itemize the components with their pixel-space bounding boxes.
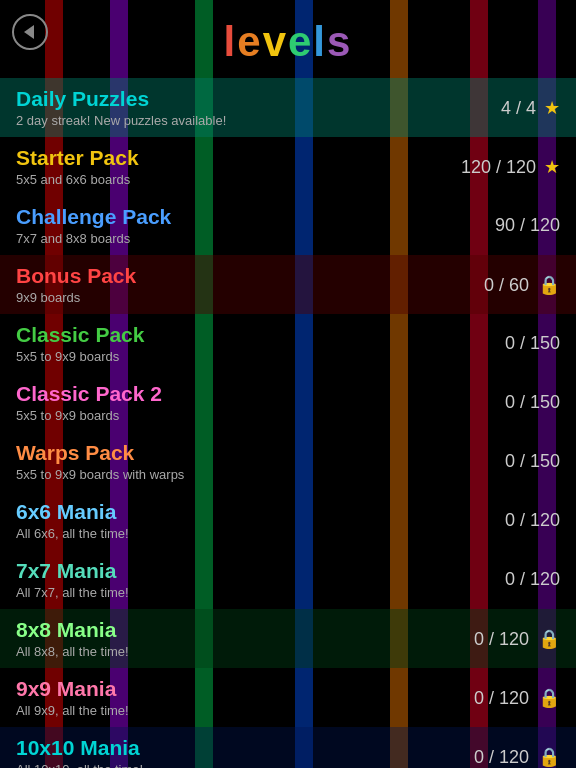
item-score-11: 0 / 120 🔒 xyxy=(460,746,560,768)
item-name-9: 8x8 Mania xyxy=(16,618,129,642)
item-score-3: 0 / 60 🔒 xyxy=(460,274,560,296)
title-letter-5: l xyxy=(313,18,327,65)
item-left-3: Bonus Pack9x9 boards xyxy=(16,264,136,305)
item-desc-11: All 10x10, all the time! xyxy=(16,762,143,768)
list-item[interactable]: Starter Pack5x5 and 6x6 boards120 / 120 … xyxy=(0,137,576,196)
list-item[interactable]: Classic Pack5x5 to 9x9 boards0 / 150 xyxy=(0,314,576,373)
title-letter-2: e xyxy=(237,18,262,65)
item-left-9: 8x8 ManiaAll 8x8, all the time! xyxy=(16,618,129,659)
list-item[interactable]: 9x9 ManiaAll 9x9, all the time!0 / 120 🔒 xyxy=(0,668,576,727)
item-score-0: 4 / 4 ★ xyxy=(460,97,560,119)
item-score-7: 0 / 120 xyxy=(460,510,560,531)
lock-icon: 🔒 xyxy=(538,275,560,295)
item-score-10: 0 / 120 🔒 xyxy=(460,687,560,709)
list-item[interactable]: 8x8 ManiaAll 8x8, all the time!0 / 120 🔒 xyxy=(0,609,576,668)
header: levels xyxy=(0,0,576,78)
item-left-1: Starter Pack5x5 and 6x6 boards xyxy=(16,146,139,187)
list-item[interactable]: Classic Pack 25x5 to 9x9 boards0 / 150 xyxy=(0,373,576,432)
item-desc-4: 5x5 to 9x9 boards xyxy=(16,349,144,364)
item-desc-1: 5x5 and 6x6 boards xyxy=(16,172,139,187)
list-item[interactable]: Warps Pack5x5 to 9x9 boards with warps0 … xyxy=(0,432,576,491)
back-button[interactable] xyxy=(12,14,48,50)
item-desc-7: All 6x6, all the time! xyxy=(16,526,129,541)
item-score-5: 0 / 150 xyxy=(460,392,560,413)
title-letter-4: e xyxy=(288,18,313,65)
item-name-6: Warps Pack xyxy=(16,441,184,465)
item-left-6: Warps Pack5x5 to 9x9 boards with warps xyxy=(16,441,184,482)
item-left-8: 7x7 ManiaAll 7x7, all the time! xyxy=(16,559,129,600)
item-score-4: 0 / 150 xyxy=(460,333,560,354)
list-item[interactable]: Daily Puzzles2 day streak! New puzzles a… xyxy=(0,78,576,137)
item-desc-9: All 8x8, all the time! xyxy=(16,644,129,659)
item-name-4: Classic Pack xyxy=(16,323,144,347)
list-item[interactable]: Challenge Pack7x7 and 8x8 boards90 / 120 xyxy=(0,196,576,255)
lock-icon: 🔒 xyxy=(538,629,560,649)
item-name-5: Classic Pack 2 xyxy=(16,382,162,406)
lock-icon: 🔒 xyxy=(538,747,560,767)
item-desc-10: All 9x9, all the time! xyxy=(16,703,129,718)
item-desc-0: 2 day streak! New puzzles available! xyxy=(16,113,226,128)
back-arrow-icon xyxy=(24,25,34,39)
item-left-4: Classic Pack5x5 to 9x9 boards xyxy=(16,323,144,364)
item-score-2: 90 / 120 xyxy=(460,215,560,236)
item-left-10: 9x9 ManiaAll 9x9, all the time! xyxy=(16,677,129,718)
item-desc-8: All 7x7, all the time! xyxy=(16,585,129,600)
item-left-2: Challenge Pack7x7 and 8x8 boards xyxy=(16,205,171,246)
item-score-6: 0 / 150 xyxy=(460,451,560,472)
title-letter-1: l xyxy=(224,18,238,65)
item-name-3: Bonus Pack xyxy=(16,264,136,288)
item-name-10: 9x9 Mania xyxy=(16,677,129,701)
item-name-2: Challenge Pack xyxy=(16,205,171,229)
item-name-7: 6x6 Mania xyxy=(16,500,129,524)
list-item[interactable]: 6x6 ManiaAll 6x6, all the time!0 / 120 xyxy=(0,491,576,550)
item-desc-5: 5x5 to 9x9 boards xyxy=(16,408,162,423)
title-letter-6: s xyxy=(327,18,352,65)
item-desc-2: 7x7 and 8x8 boards xyxy=(16,231,171,246)
lock-icon: 🔒 xyxy=(538,688,560,708)
page-title: levels xyxy=(0,18,576,66)
list-item[interactable]: Bonus Pack9x9 boards0 / 60 🔒 xyxy=(0,255,576,314)
item-score-9: 0 / 120 🔒 xyxy=(460,628,560,650)
item-left-5: Classic Pack 25x5 to 9x9 boards xyxy=(16,382,162,423)
item-score-8: 0 / 120 xyxy=(460,569,560,590)
item-desc-3: 9x9 boards xyxy=(16,290,136,305)
item-left-7: 6x6 ManiaAll 6x6, all the time! xyxy=(16,500,129,541)
item-name-8: 7x7 Mania xyxy=(16,559,129,583)
item-left-0: Daily Puzzles2 day streak! New puzzles a… xyxy=(16,87,226,128)
star-icon: ★ xyxy=(544,98,560,118)
item-score-1: 120 / 120 ★ xyxy=(460,156,560,178)
title-letter-3: v xyxy=(263,18,288,65)
list-item[interactable]: 10x10 ManiaAll 10x10, all the time!0 / 1… xyxy=(0,727,576,768)
item-left-11: 10x10 ManiaAll 10x10, all the time! xyxy=(16,736,143,768)
levels-list: Daily Puzzles2 day streak! New puzzles a… xyxy=(0,78,576,768)
item-name-11: 10x10 Mania xyxy=(16,736,143,760)
item-name-0: Daily Puzzles xyxy=(16,87,226,111)
list-item[interactable]: 7x7 ManiaAll 7x7, all the time!0 / 120 xyxy=(0,550,576,609)
item-name-1: Starter Pack xyxy=(16,146,139,170)
item-desc-6: 5x5 to 9x9 boards with warps xyxy=(16,467,184,482)
star-icon: ★ xyxy=(544,157,560,177)
